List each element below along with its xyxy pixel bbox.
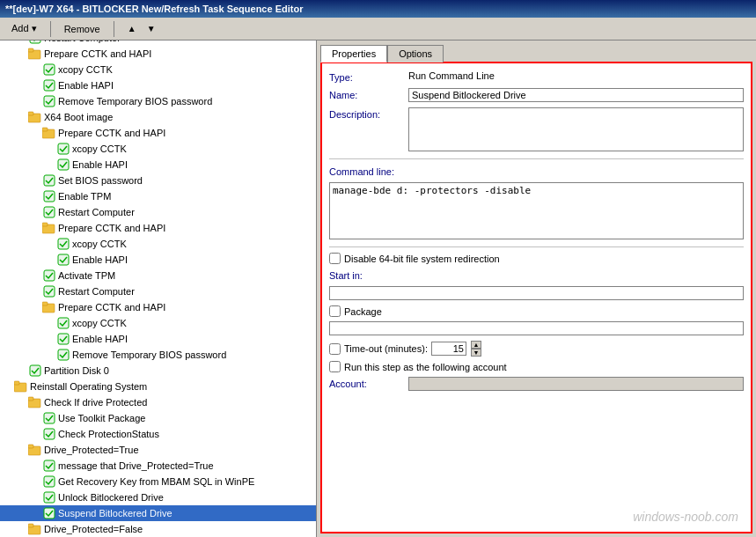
folder-icon — [14, 379, 28, 394]
tree-item-activate-tpm-2[interactable]: Activate TPM — [0, 268, 316, 283]
tree-item-check-if-drive-protected[interactable]: Check If drive Protected — [0, 394, 316, 410]
tab-properties[interactable]: Properties — [320, 45, 387, 63]
run-as-checkbox[interactable] — [329, 361, 341, 372]
divider-2 — [329, 246, 744, 247]
tree-label-xcopy-cctk-4: xcopy CCTK — [72, 239, 127, 249]
window-title: **[dev]-W7 X64 - BITLOCKER New/Refresh T… — [5, 4, 303, 14]
svg-rect-10 — [28, 112, 33, 115]
start-in-label: Start in: — [329, 268, 408, 281]
step-icon — [42, 490, 56, 504]
tree-label-prepare-cctk-hapi-1: Prepare CCTK and HAPI — [44, 48, 151, 59]
divider-1 — [329, 158, 744, 159]
tree-item-enable-tpm[interactable]: Enable TPM — [0, 188, 316, 204]
start-in-input[interactable] — [329, 286, 744, 300]
timeout-up-arrow[interactable]: ▲ — [471, 341, 481, 349]
tree-item-prepare-cctk-hapi-3[interactable]: Prepare CCTK and HAPI — [0, 220, 316, 236]
tree-item-x64-boot-image[interactable]: X64 Boot image — [0, 109, 316, 125]
svg-rect-16 — [44, 191, 55, 202]
svg-rect-17 — [44, 207, 55, 217]
name-input[interactable] — [408, 88, 744, 102]
remove-button[interactable]: Remove — [56, 21, 108, 37]
step-icon — [42, 284, 56, 298]
tree-item-remove-temp-bios-1[interactable]: Remove Temporary BIOS password — [0, 93, 316, 109]
tree-item-restart-computer-2[interactable]: Restart Computer — [0, 204, 316, 220]
package-input[interactable] — [329, 321, 744, 335]
add-button[interactable]: Add ▾ — [4, 20, 45, 37]
tree-item-xcopy-cctk-3[interactable]: xcopy CCTK — [0, 141, 316, 157]
tree-item-prepare-cctk-hapi-2[interactable]: Prepare CCTK and HAPI — [0, 125, 316, 141]
svg-rect-38 — [44, 460, 55, 471]
move-up-icon[interactable]: ▲ — [123, 20, 141, 38]
svg-rect-29 — [30, 365, 40, 376]
tree-item-partition-disk-0[interactable]: Partition Disk 0 — [0, 363, 316, 379]
tree-label-enable-tpm: Enable TPM — [58, 191, 111, 202]
step-icon — [56, 142, 70, 156]
move-down-icon[interactable]: ▼ — [143, 20, 160, 38]
tree-label-activate-tpm-2: Activate TPM — [58, 270, 115, 281]
tree-item-use-toolkit-package[interactable]: Use Toolkit Package — [0, 410, 316, 426]
timeout-input[interactable] — [431, 342, 466, 356]
tree-item-reinstall-os[interactable]: Reinstall Operating System — [0, 379, 316, 394]
command-line-input-container — [329, 182, 744, 241]
run-as-row: Run this step as the following account — [329, 361, 744, 372]
tree-item-enable-hapi-3[interactable]: Enable HAPI — [0, 157, 316, 173]
step-icon — [28, 364, 42, 378]
tree-item-drive-protected-false[interactable]: Drive_Protected=False — [0, 521, 316, 537]
folder-icon — [28, 443, 42, 457]
step-icon — [42, 205, 56, 219]
tree-item-drive-protected-true[interactable]: Drive_Protected=True — [0, 442, 316, 458]
tree-item-xcopy-cctk-5[interactable]: xcopy CCTK — [0, 315, 316, 331]
svg-rect-33 — [28, 397, 33, 401]
folder-icon — [28, 47, 42, 61]
tree-item-message-drive-protected[interactable]: message that Drive_Protected=True — [0, 458, 316, 474]
svg-rect-15 — [44, 175, 55, 186]
tree-item-set-bios-password[interactable]: Set BIOS password — [0, 173, 316, 188]
disable-redirection-checkbox[interactable] — [329, 253, 341, 264]
tree-item-prepare-cctk-hapi-4[interactable]: Prepare CCTK and HAPI — [0, 299, 316, 315]
start-in-input-container — [329, 286, 744, 300]
svg-rect-43 — [28, 524, 33, 527]
tree-label-drive-protected-true: Drive_Protected=True — [44, 445, 139, 455]
remove-button-label: Remove — [64, 24, 100, 34]
tree-item-enable-hapi-5[interactable]: Enable HAPI — [0, 331, 316, 347]
svg-rect-6 — [44, 64, 55, 75]
svg-rect-37 — [28, 445, 33, 448]
title-bar: **[dev]-W7 X64 - BITLOCKER New/Refresh T… — [0, 0, 756, 18]
tree-label-remove-temp-bios-1: Remove Temporary BIOS password — [58, 96, 212, 107]
step-icon — [56, 316, 70, 330]
step-icon — [56, 158, 70, 172]
account-input[interactable] — [408, 377, 744, 391]
timeout-checkbox[interactable] — [329, 343, 341, 355]
step-icon — [28, 40, 42, 45]
tree-label-prepare-cctk-hapi-3: Prepare CCTK and HAPI — [58, 223, 165, 233]
tree-label-enable-hapi-2: Enable HAPI — [58, 80, 114, 91]
tree-item-enable-hapi-4[interactable]: Enable HAPI — [0, 252, 316, 268]
tree-item-prepare-cctk-hapi-1[interactable]: Prepare CCTK and HAPI — [0, 46, 316, 62]
tree-item-xcopy-cctk-2[interactable]: xcopy CCTK — [0, 62, 316, 77]
description-input[interactable] — [408, 107, 744, 151]
step-icon — [42, 427, 56, 441]
tree-panel[interactable]: xcopy CCTKEnable HAPIActivate TPMRestart… — [0, 40, 317, 537]
timeout-down-arrow[interactable]: ▼ — [471, 349, 481, 357]
step-icon — [56, 253, 70, 267]
tree-item-xcopy-cctk-4[interactable]: xcopy CCTK — [0, 236, 316, 252]
tree-item-enable-hapi-2[interactable]: Enable HAPI — [0, 77, 316, 93]
tree-item-get-recovery-key[interactable]: Get Recovery Key from MBAM SQL in WinPE — [0, 474, 316, 489]
tab-options[interactable]: Options — [387, 45, 444, 63]
svg-rect-26 — [58, 318, 69, 328]
step-icon — [42, 459, 56, 473]
svg-rect-3 — [30, 40, 40, 43]
command-line-input[interactable] — [329, 182, 744, 239]
step-icon — [42, 506, 56, 520]
tree-label-remove-temp-bios-2: Remove Temporary BIOS password — [72, 349, 226, 360]
svg-rect-39 — [44, 476, 55, 487]
tree-item-remove-temp-bios-2[interactable]: Remove Temporary BIOS password — [0, 347, 316, 363]
properties-panel: Type: Run Command Line Name: Description… — [320, 62, 752, 533]
tree-item-restart-computer-3[interactable]: Restart Computer — [0, 283, 316, 299]
tree-item-unlock-bitlockered-drive[interactable]: Unlock Bitlockered Drive — [0, 489, 316, 505]
main-container: xcopy CCTKEnable HAPIActivate TPMRestart… — [0, 40, 756, 537]
disable-redirection-label: Disable 64-bit file system redirection — [344, 254, 500, 264]
package-checkbox[interactable] — [329, 305, 341, 317]
tree-item-suspend-bitlockered-drive[interactable]: Suspend Bitlockered Drive — [0, 505, 316, 521]
tree-item-check-protection-status[interactable]: Check ProtectionStatus — [0, 426, 316, 442]
